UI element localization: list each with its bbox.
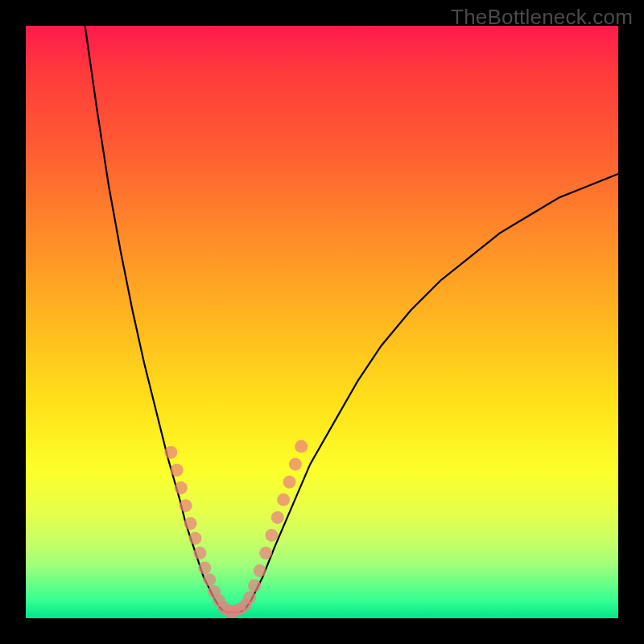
highlight-dot xyxy=(277,493,290,506)
curve-right-branch xyxy=(245,174,618,609)
highlight-dots xyxy=(164,440,308,618)
highlight-dot xyxy=(198,561,211,574)
highlight-dot xyxy=(254,564,266,577)
chart-frame: TheBottleneck.com xyxy=(0,0,644,644)
highlight-dot xyxy=(184,517,197,530)
highlight-dot xyxy=(289,458,302,471)
highlight-dot xyxy=(180,499,192,512)
highlight-dot xyxy=(171,464,184,477)
watermark-text: TheBottleneck.com xyxy=(451,5,633,30)
highlight-dot xyxy=(283,476,296,489)
highlight-dot xyxy=(248,580,261,592)
highlight-dot xyxy=(271,511,284,524)
highlight-dot xyxy=(189,532,202,545)
highlight-dot xyxy=(203,573,216,586)
bottleneck-curve xyxy=(85,26,618,613)
highlight-dot xyxy=(193,547,206,559)
curve-left-branch xyxy=(85,26,221,609)
highlight-dot xyxy=(259,547,272,559)
plot-area xyxy=(26,26,618,618)
highlight-dot xyxy=(295,440,308,453)
curves-svg xyxy=(26,26,618,618)
highlight-dot xyxy=(175,481,188,494)
highlight-dot xyxy=(243,591,256,604)
highlight-dot xyxy=(164,446,177,459)
highlight-dot xyxy=(265,529,278,542)
